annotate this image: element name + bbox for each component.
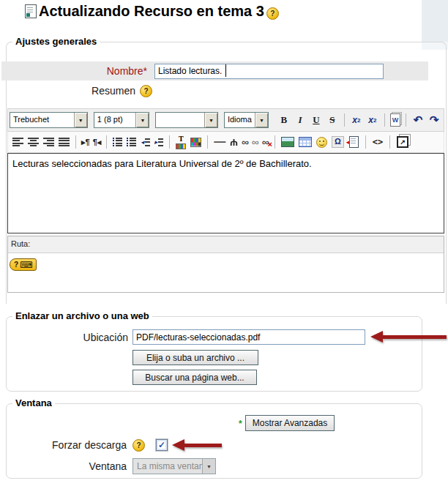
general-settings-legend: Ajustes generales [12, 36, 100, 47]
window-row: Ventana La misma ventana ▼ [7, 458, 422, 474]
redo-button[interactable]: ↷ [427, 112, 441, 128]
html-source-icon[interactable]: <> [373, 137, 383, 147]
strikethrough-button[interactable]: S [325, 112, 340, 128]
dropdown-arrow-icon[interactable]: ▼ [204, 113, 217, 127]
underline-button[interactable]: U [309, 112, 324, 128]
enlarge-editor-icon[interactable]: ↗ [397, 136, 408, 148]
undo-button[interactable]: ↶ [411, 112, 425, 128]
keyboard-icon: ⌨ [20, 260, 32, 270]
summary-label: Resumen [1, 85, 135, 97]
link-file-fieldset: Enlazar un archivo o una web Ubicación E… [6, 316, 422, 392]
editor-path-bar: Ruta: [8, 236, 444, 253]
align-right-icon[interactable] [43, 138, 54, 147]
indent-arrow: ▸ [154, 138, 158, 146]
text-cursor [225, 64, 226, 77]
dropdown-arrow-icon[interactable]: ▼ [255, 113, 268, 127]
subscript-x: x [352, 115, 357, 125]
summary-help-icon[interactable]: ? [140, 85, 152, 97]
window-select-value: La misma ventana [133, 459, 202, 474]
toolbar-separator [365, 135, 366, 149]
search-web-button[interactable]: Buscar una página web... [132, 370, 257, 385]
insert-smiley-icon[interactable] [316, 137, 327, 148]
toolbar-separator [106, 135, 107, 149]
toolbar-separator [75, 135, 76, 149]
outdent-arrow: ◂ [141, 138, 144, 146]
outdent-icon[interactable]: ◂ [141, 138, 150, 146]
format-select-value [156, 113, 204, 127]
language-select-value: Idioma [225, 113, 255, 127]
clean-word-html-icon[interactable]: W [390, 113, 400, 127]
arrow-tail [383, 335, 447, 339]
insert-table-icon[interactable] [299, 137, 312, 147]
italic-button[interactable]: I [293, 112, 307, 128]
toolbar-separator [169, 135, 170, 149]
toolbar-separator [344, 113, 345, 127]
editor-content[interactable]: Lecturas seleccionadas para Literatura U… [7, 153, 444, 233]
subscript-digit: 2 [357, 117, 360, 124]
keyboard-help-button[interactable]: ? ⌨ [10, 258, 37, 271]
font-size-select[interactable]: 1 (8 pt) ▼ [94, 112, 150, 128]
dropdown-arrow-icon: ▼ [202, 459, 215, 474]
superscript-digit: 2 [373, 117, 376, 124]
toolbar-separator [207, 135, 208, 149]
indent-icon[interactable]: ▸ [154, 138, 164, 146]
subscript-button[interactable]: x2 [349, 112, 364, 128]
doc-arrow: ◂ [346, 138, 350, 146]
toolbar-separator [389, 135, 390, 149]
arrow-tail [184, 444, 222, 447]
direction-rtl-icon[interactable]: ¶◂ [93, 138, 102, 147]
search-replace-icon[interactable]: ◂ [349, 136, 359, 148]
bold-button[interactable]: B [277, 112, 291, 128]
location-input[interactable] [132, 329, 365, 345]
text-color-letter: T [179, 135, 184, 143]
link-file-legend: Enlazar un archivo o una web [12, 310, 152, 321]
keyboard-help-question: ? [14, 261, 18, 269]
checkbox-annotation-arrow [172, 439, 222, 451]
color-grid [176, 143, 186, 149]
page-header: Actualizando Recurso en tema 3 ? [25, 3, 279, 20]
title-help-icon[interactable]: ? [266, 7, 279, 20]
show-advanced-button[interactable]: Mostrar Avanzadas [245, 415, 335, 431]
align-justify-icon[interactable] [59, 138, 70, 147]
align-center-icon[interactable] [28, 138, 39, 147]
window-select[interactable]: La misma ventana ▼ [132, 458, 216, 474]
window-fieldset: Ventana * Mostrar Avanzadas Forzar desca… [6, 403, 422, 479]
force-download-help-icon[interactable]: ? [132, 439, 145, 452]
direction-ltr-icon[interactable]: ▸¶ [81, 138, 90, 147]
editor-toolbar-row2: ▸¶ ¶◂ ◂ ▸ T — Ψ ∞ ∞ ∞× Ω [7, 132, 444, 153]
language-select[interactable]: Idioma ▼ [224, 112, 269, 128]
general-settings-fieldset: Ajustes generales Nombre* Resumen ? Treb… [6, 42, 447, 304]
unordered-list-icon[interactable] [127, 138, 136, 147]
font-select-value: Trebuchet [10, 113, 74, 127]
anchor-icon[interactable]: Ψ [230, 137, 238, 148]
force-download-row: Forzar descarga ? ✓ [7, 437, 422, 453]
highlight-color-icon[interactable] [190, 138, 201, 147]
prevent-autolink-icon[interactable]: ∞× [262, 136, 269, 148]
force-download-checkbox[interactable]: ✓ [156, 439, 168, 451]
window-label: Ventana [7, 460, 127, 472]
dropdown-arrow-icon[interactable]: ▼ [74, 113, 87, 127]
horizontal-rule-icon[interactable]: — [214, 135, 225, 149]
text-color-icon[interactable]: T [176, 135, 186, 149]
toolbar-separator [406, 113, 406, 127]
force-download-label: Forzar descarga [7, 439, 127, 451]
editor-toolbar-row1: Trebuchet ▼ 1 (8 pt) ▼ ▼ Idioma ▼ B I U [7, 108, 444, 132]
insert-link-icon[interactable]: ∞ [242, 136, 249, 148]
font-select[interactable]: Trebuchet ▼ [10, 112, 88, 128]
insert-character-icon[interactable]: Ω [332, 136, 344, 148]
summary-row: Resumen ? [1, 82, 428, 100]
toolbar-separator [275, 135, 275, 149]
format-select[interactable]: ▼ [155, 112, 217, 128]
dropdown-arrow-icon[interactable]: ▼ [135, 113, 149, 127]
superscript-x: x [368, 115, 373, 125]
align-left-icon[interactable] [12, 138, 23, 147]
superscript-button[interactable]: x2 [365, 112, 380, 128]
location-row: Ubicación [7, 329, 422, 345]
nolink-x: × [267, 140, 272, 149]
choose-file-button[interactable]: Elija o suba un archivo ... [132, 350, 258, 365]
insert-image-icon[interactable] [281, 137, 294, 147]
location-label: Ubicación [7, 332, 128, 343]
remove-link-icon[interactable]: ∞ [252, 136, 259, 148]
ordered-list-icon[interactable] [113, 138, 122, 147]
name-input[interactable] [154, 64, 384, 79]
